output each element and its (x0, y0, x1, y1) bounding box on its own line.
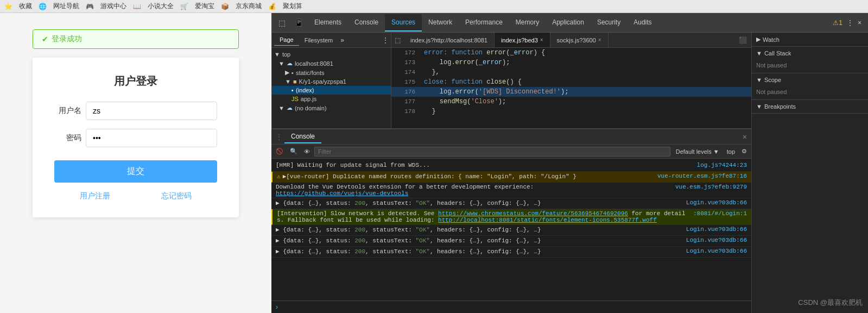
forgot-link[interactable]: 忘记密码 (161, 191, 192, 201)
console-tab[interactable]: Console (284, 130, 321, 143)
breakpoints-header[interactable]: ▼ Breakpoints (752, 100, 868, 113)
settings-icon[interactable]: ⚙ (739, 147, 749, 156)
novel-icon: 📖 (133, 3, 141, 10)
devtools-tabs: ⬚ 📱 Elements Console Sources Network Per… (272, 13, 868, 33)
tree-item-spa[interactable]: ▼ ■ K/y1-spa/yzpspa1 (272, 77, 391, 86)
submit-button[interactable]: 提交 (54, 160, 217, 183)
watch-expand-icon: ▶ (756, 36, 761, 43)
jd-label[interactable]: 京东商城 (236, 2, 262, 11)
format-icon[interactable]: ⬛ (734, 36, 751, 44)
bookmarks-bar: ⭐ 收藏 🌐 网址导航 🎮 游戏中心 📖 小说大全 🛒 爱淘宝 📦 京东商城 💰… (0, 0, 868, 13)
console-msg-intervention: [Intervention] Slow network is detected.… (271, 209, 751, 225)
expand-icon: ▼ (278, 105, 284, 111)
console-drag-handle: ⋮ (276, 133, 282, 141)
tree-item-index[interactable]: ▪ (index) (272, 86, 391, 95)
console-level-select[interactable]: Default levels ▼ (673, 147, 723, 156)
game-center-label[interactable]: 游戏中心 (100, 2, 126, 11)
tab-memory[interactable]: Memory (509, 14, 546, 32)
sources-sidebar-tabs: Page Filesystem » ⋮ (272, 33, 391, 48)
watch-section: ▶ Watch (752, 33, 868, 47)
call-stack-header[interactable]: ▼ Call Stack (752, 47, 868, 60)
console-msg-devtools: Download the Vue Devtools extension for … (271, 183, 751, 198)
call-stack-label: Call Stack (764, 50, 791, 57)
tab-audits[interactable]: Audits (627, 14, 658, 32)
tree-item-top[interactable]: ▼ top (272, 50, 391, 59)
tab-application[interactable]: Application (546, 14, 591, 32)
eye-icon[interactable]: 👁 (302, 147, 312, 156)
console-toolbar: 🚫 🔍 👁 Default levels ▼ top ⚙ (271, 145, 751, 159)
scope-section: ▼ Scope Not paused (752, 73, 868, 100)
success-banner: ✔ 登录成功 (33, 29, 239, 49)
console-input[interactable] (282, 304, 747, 310)
code-line-178: 178 } (391, 107, 751, 116)
username-input[interactable] (86, 102, 217, 120)
breakpoints-label: Breakpoints (764, 103, 796, 110)
taobao-label[interactable]: 爱淘宝 (195, 2, 214, 11)
code-tab-sockjs[interactable]: sockjs.js?3600 × (550, 33, 609, 48)
close-tab-sockjs[interactable]: × (598, 37, 601, 43)
tab-nav-back[interactable]: ⬚ (391, 36, 404, 44)
warning-badge: ⚠1 (833, 19, 842, 27)
right-panel: ▶ Watch ▼ Call Stack Not paused ▼ (751, 33, 868, 313)
more-icon[interactable]: ⋮ (847, 19, 853, 27)
novel-label[interactable]: 小说大全 (148, 2, 174, 11)
clear-console-btn[interactable]: 🚫 (274, 147, 286, 156)
tab-elements[interactable]: Elements (308, 14, 348, 32)
tab-performance[interactable]: Performance (459, 14, 509, 32)
close-tab-bed3[interactable]: × (540, 37, 543, 43)
bookmarks-label[interactable]: 收藏 (19, 2, 32, 11)
devtools-icon-inspect[interactable]: ⬚ (274, 18, 290, 27)
breakpoints-section: ▼ Breakpoints (752, 100, 868, 114)
scope-status: Not paused (756, 89, 787, 95)
url-nav-icon: 🌐 (39, 3, 47, 10)
scope-header[interactable]: ▼ Scope (752, 73, 868, 86)
code-tab-indexjs[interactable]: index.js?http://localhost:8081 (404, 33, 495, 48)
tab-console[interactable]: Console (348, 14, 385, 32)
expand-icon: ▼ (285, 78, 291, 85)
sidebar-options-icon[interactable]: ⋮ (382, 36, 389, 44)
url-nav-label[interactable]: 网址导航 (53, 2, 79, 11)
tree-label-nodomain: (no domain) (295, 105, 327, 111)
tab-network[interactable]: Network (422, 14, 459, 32)
scope-label: Scope (764, 77, 781, 83)
sidebar-tab-filesystem[interactable]: Filesystem (299, 35, 339, 46)
tree-item-nodomain[interactable]: ▼ ☁ (no domain) (272, 103, 391, 112)
login-card: 用户登录 用户名 密码 提交 用户注册 忘记密码 (33, 58, 239, 217)
sidebar-more-icon[interactable]: » (340, 36, 344, 44)
tab-sources[interactable]: Sources (385, 14, 422, 32)
tree-item-localhost[interactable]: ▼ ☁ localhost:8081 (272, 59, 391, 68)
call-stack-body: Not paused (752, 60, 868, 73)
password-row: 密码 (54, 129, 217, 147)
scope-expand-icon: ▼ (756, 77, 762, 83)
code-line-175: 175 close: function close() { (391, 77, 751, 87)
cloud-icon: ☁ (287, 60, 293, 67)
devtools-top-right: ⚠1 ⋮ × (833, 19, 866, 27)
tree-item-appjs[interactable]: JS app.js (272, 95, 391, 103)
console-close-btn[interactable]: × (743, 133, 747, 141)
tree-label-localhost: localhost:8081 (295, 60, 333, 67)
register-link[interactable]: 用户注册 (80, 191, 110, 201)
code-tabs: ⬚ index.js?http://localhost:8081 index.j… (391, 33, 751, 48)
call-stack-status: Not paused (756, 62, 787, 68)
devtools-icon-mobile[interactable]: 📱 (290, 18, 308, 27)
console-context[interactable]: top (725, 147, 737, 156)
tab-security[interactable]: Security (591, 14, 627, 32)
folder-icon: ▪ (292, 70, 294, 76)
juhua-icon: 💰 (268, 3, 276, 10)
watch-section-header[interactable]: ▶ Watch (752, 33, 868, 46)
sidebar-tab-page[interactable]: Page (274, 34, 299, 46)
tree-item-static-fonts[interactable]: ▶ ▪ static/fonts (272, 68, 391, 77)
username-row: 用户名 (54, 102, 217, 120)
file-icon-index: ▪ (292, 87, 294, 93)
form-links: 用户注册 忘记密码 (54, 191, 217, 201)
close-icon[interactable]: × (858, 19, 861, 27)
console-filter-input[interactable] (314, 147, 670, 156)
password-input[interactable] (86, 129, 217, 147)
console-input-row: › (271, 301, 751, 313)
code-tab-bed3[interactable]: index.js?bed3 × (495, 33, 550, 48)
watermark: CSDN @最喜欢肥机 (798, 298, 863, 308)
game-icon: 🎮 (86, 3, 94, 10)
juhua-label[interactable]: 聚划算 (283, 2, 302, 11)
check-icon: ✔ (42, 35, 48, 43)
call-stack-section: ▼ Call Stack Not paused (752, 47, 868, 73)
